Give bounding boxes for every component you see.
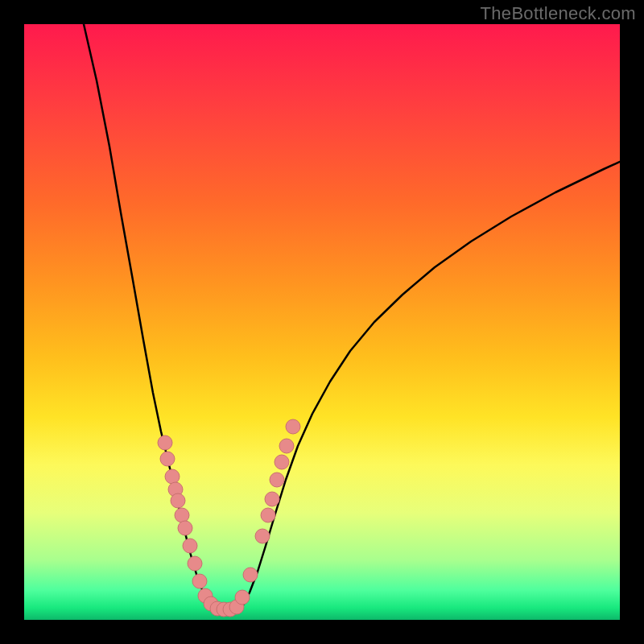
watermark-label: TheBottleneck.com: [481, 3, 636, 24]
data-dot: [175, 508, 189, 522]
outer-frame: TheBottleneck.com: [0, 0, 644, 644]
data-dot: [270, 473, 284, 487]
data-dot: [171, 493, 185, 508]
curve-right-arm: [238, 162, 620, 609]
data-dot: [178, 521, 192, 535]
data-dot: [183, 539, 197, 553]
data-dot: [165, 469, 180, 484]
data-dot: [243, 568, 258, 582]
data-dot: [255, 529, 270, 543]
data-dot: [158, 436, 172, 450]
data-dot: [261, 508, 275, 522]
curve-left-arm: [84, 24, 215, 609]
data-dot: [286, 419, 300, 434]
chart-svg: [24, 24, 620, 620]
data-dot: [192, 574, 207, 588]
data-dot: [265, 492, 279, 506]
dots-group: [158, 419, 300, 617]
data-dot: [160, 452, 175, 466]
data-dot: [235, 590, 250, 605]
data-dot: [279, 439, 294, 453]
data-dot: [188, 556, 202, 571]
data-dot: [275, 455, 289, 469]
curve-group: [84, 24, 620, 611]
plot-area: [24, 24, 620, 620]
